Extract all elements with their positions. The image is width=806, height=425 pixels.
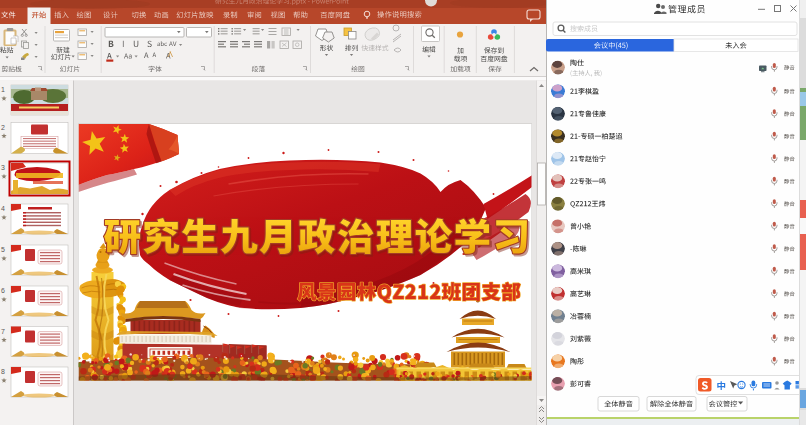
svg-text:2: 2 [1, 124, 5, 131]
svg-text:5: 5 [1, 246, 5, 253]
svg-text:8: 8 [1, 368, 5, 375]
svg-text:7: 7 [1, 328, 5, 335]
svg-text:1: 1 [1, 86, 5, 93]
svg-text:4: 4 [1, 205, 5, 212]
svg-text:6: 6 [1, 287, 5, 294]
svg-text:3: 3 [1, 164, 5, 171]
